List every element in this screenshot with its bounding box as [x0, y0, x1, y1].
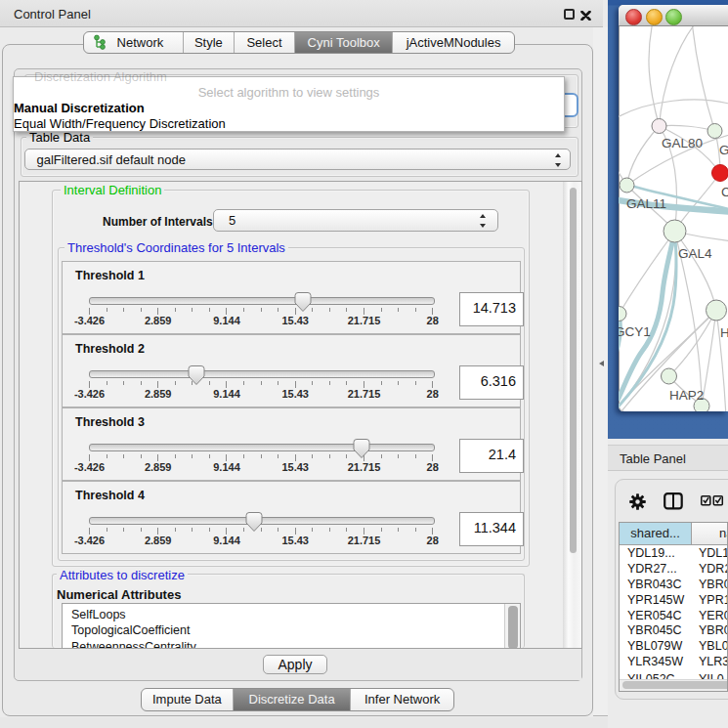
svg-text:GCY1: GCY1 — [619, 324, 651, 339]
svg-text:GAL11: GAL11 — [626, 196, 666, 211]
svg-text:GAL4: GAL4 — [678, 246, 712, 261]
svg-text:GAL80: GAL80 — [662, 136, 703, 150]
svg-text:GA: GA — [719, 143, 728, 157]
svg-text:HAP2: HAP2 — [669, 388, 704, 403]
svg-text:CY: CY — [721, 185, 728, 199]
svg-text:H: H — [720, 325, 728, 340]
